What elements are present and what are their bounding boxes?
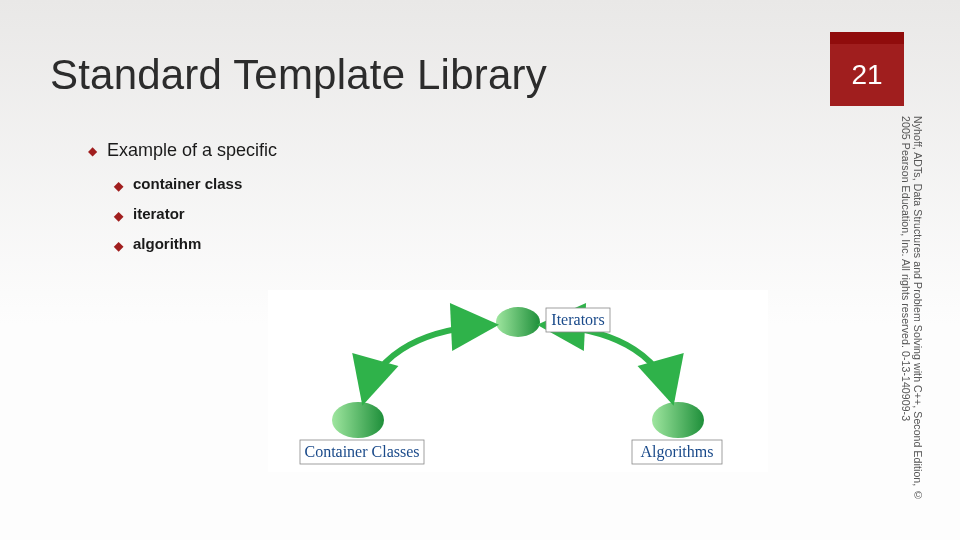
sub-bullet-text: iterator	[133, 205, 185, 222]
iterator-node-icon	[496, 307, 540, 337]
slide: Standard Template Library 21 ◆ Example o…	[0, 0, 960, 540]
diamond-icon: ◆	[114, 209, 123, 223]
copyright-text: Nyhoff, ADTs, Data Structures and Proble…	[900, 116, 924, 516]
bullet-main-text: Example of a specific	[107, 140, 277, 161]
title-row: Standard Template Library 21	[50, 44, 904, 106]
arrow-right-icon	[543, 325, 672, 400]
arrow-left-icon	[364, 325, 493, 400]
diamond-icon: ◆	[114, 239, 123, 253]
diagram-svg: Iterators Container Classes Algorithms	[268, 290, 768, 472]
sub-bullet-text: algorithm	[133, 235, 201, 252]
sub-bullet: ◆ algorithm	[114, 235, 388, 253]
body-content: ◆ Example of a specific ◆ container clas…	[88, 140, 388, 265]
figure-top-label: Iterators	[551, 311, 604, 328]
sub-bullet: ◆ iterator	[114, 205, 388, 223]
container-node-icon	[332, 402, 384, 438]
sub-bullet-text: container class	[133, 175, 242, 192]
figure-right-label: Algorithms	[641, 443, 714, 461]
diamond-icon: ◆	[88, 144, 97, 158]
figure-left-label: Container Classes	[304, 443, 419, 460]
diagram-figure: Iterators Container Classes Algorithms	[268, 290, 768, 472]
copyright-block: Nyhoff, ADTs, Data Structures and Proble…	[900, 116, 938, 516]
sub-bullet: ◆ container class	[114, 175, 388, 193]
sub-bullet-list: ◆ container class ◆ iterator ◆ algorithm	[114, 175, 388, 253]
diamond-icon: ◆	[114, 179, 123, 193]
slide-title: Standard Template Library	[50, 51, 547, 99]
algorithm-node-icon	[652, 402, 704, 438]
page-number-badge: 21	[830, 44, 904, 106]
bullet-main: ◆ Example of a specific	[88, 140, 388, 161]
